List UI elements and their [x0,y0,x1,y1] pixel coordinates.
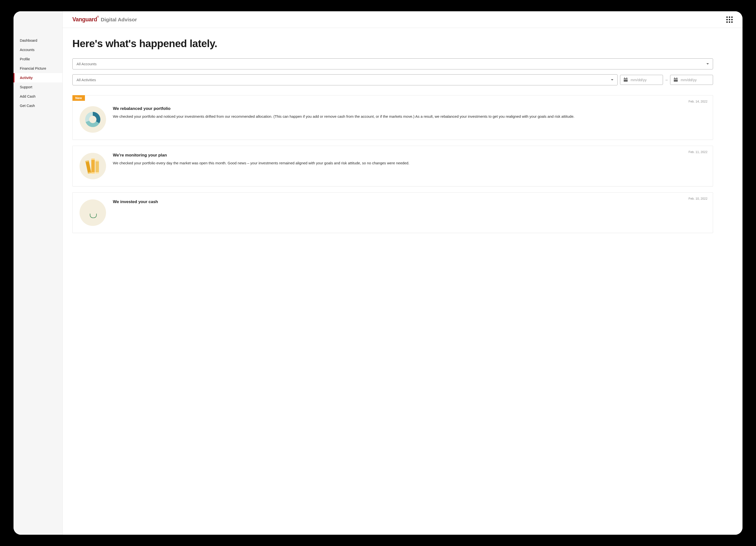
calendar-icon [624,78,628,82]
activity-description: We checked your portfolio every day the … [113,160,706,166]
tablet-frame: Dashboard Accounts Profile Financial Pic… [8,5,748,540]
date-from-input[interactable]: mm/dd/yy [620,75,663,85]
header: Vanguard® Digital Advisor [63,11,743,28]
sidebar-item-profile[interactable]: Profile [13,54,62,64]
date-range-separator: – [665,78,668,82]
sidebar-item-support[interactable]: Support [13,82,62,92]
chevron-down-icon [706,63,709,65]
sidebar-item-get-cash[interactable]: Get Cash [13,101,62,110]
filters: All Accounts All Activities mm/dd/yy – [72,58,713,85]
tablet-screen: Dashboard Accounts Profile Financial Pic… [13,11,743,534]
activity-date: Feb. 14, 2022 [689,100,707,103]
activity-date: Feb. 10, 2022 [689,197,707,201]
monitoring-icon [80,153,106,179]
date-from-placeholder: mm/dd/yy [631,78,647,82]
brand-product: Digital Advisor [101,17,137,23]
date-to-placeholder: mm/dd/yy [681,78,697,82]
activity-body: We're monitoring your plan We checked yo… [113,153,706,179]
account-select-value: All Accounts [77,62,97,66]
books-icon [87,159,99,174]
activity-body: We invested your cash [113,200,706,226]
activity-title: We're monitoring your plan [113,153,706,158]
sidebar: Dashboard Accounts Profile Financial Pic… [13,11,63,534]
filter-row: All Activities mm/dd/yy – mm/dd/yy [72,74,713,85]
sidebar-item-add-cash[interactable]: Add Cash [13,92,62,101]
account-select[interactable]: All Accounts [72,58,713,69]
activity-select[interactable]: All Activities [72,74,618,85]
brand-logo-text: Vanguard [72,16,97,23]
rebalance-icon [80,106,106,133]
activity-description: We checked your portfolio and noticed yo… [113,114,706,119]
sidebar-item-accounts[interactable]: Accounts [13,45,62,54]
calendar-icon [674,78,678,82]
registered-mark: ® [97,15,99,18]
activity-title: We rebalanced your portfolio [113,106,706,111]
activity-list: New Feb. 14, 2022 We rebalanced your por… [72,95,713,233]
new-badge: New [72,95,85,101]
sidebar-item-activity[interactable]: Activity [13,73,62,82]
activity-card[interactable]: New Feb. 14, 2022 We rebalanced your por… [72,95,713,140]
activity-card[interactable]: Feb. 11, 2022 We're monitoring your plan… [72,146,713,187]
activity-title: We invested your cash [113,200,706,204]
activity-card[interactable]: Feb. 10, 2022 We invested your cash [72,192,713,233]
invest-icon [80,200,106,226]
main-area: Vanguard® Digital Advisor Here's what's … [63,11,743,534]
brand-logo: Vanguard® [72,16,99,23]
apps-menu-icon[interactable] [726,16,733,23]
sidebar-item-dashboard[interactable]: Dashboard [13,36,62,45]
activity-select-value: All Activities [77,78,96,82]
date-to-input[interactable]: mm/dd/yy [670,75,713,85]
plant-icon [87,207,98,218]
chevron-down-icon [611,79,613,81]
activity-date: Feb. 11, 2022 [689,150,707,154]
activity-body: We rebalanced your portfolio We checked … [113,106,706,133]
content-scroll[interactable]: Here's what's happened lately. All Accou… [63,28,743,534]
donut-chart-icon [85,112,100,127]
page-title: Here's what's happened lately. [72,38,713,50]
sidebar-item-financial-picture[interactable]: Financial Picture [13,64,62,73]
brand: Vanguard® Digital Advisor [72,16,137,23]
